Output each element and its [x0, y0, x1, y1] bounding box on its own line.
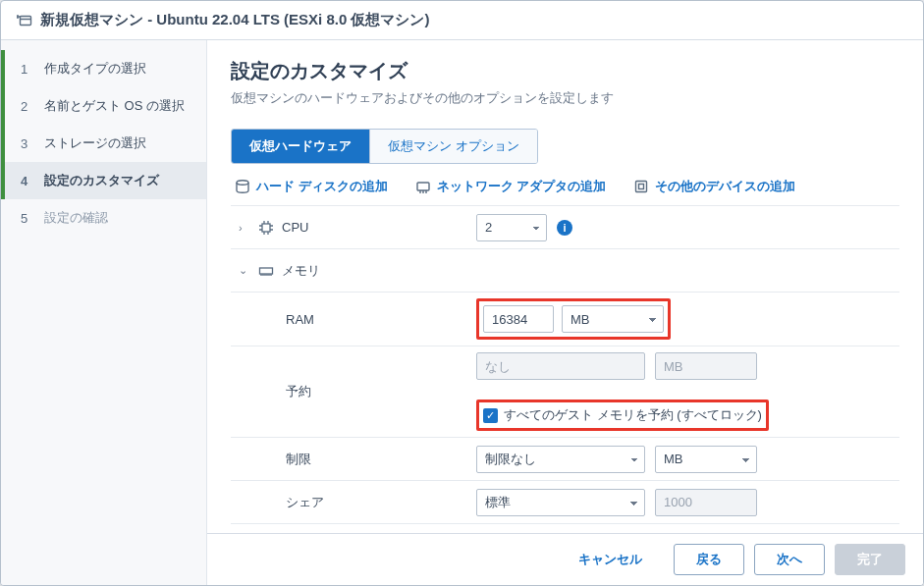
content-pane: 設定のカスタマイズ 仮想マシンのハードウェアおよびその他のオプションを設定します… — [207, 40, 923, 585]
cancel-button[interactable]: キャンセル — [557, 544, 664, 575]
shares-value-select[interactable]: 1000 — [655, 489, 757, 516]
add-network-adapter-button[interactable]: ネットワーク アダプタの追加 — [415, 178, 607, 195]
wizard-step-name-os[interactable]: 2 名前とゲスト OS の選択 — [1, 87, 206, 125]
reserve-all-highlight: ✓ すべてのゲスト メモリを予約 (すべてロック) — [476, 400, 769, 431]
svg-point-4 — [237, 181, 248, 185]
tab-virtual-hardware[interactable]: 仮想ハードウェア — [232, 130, 370, 163]
ram-row: RAM MB — [231, 292, 899, 346]
limit-unit-select[interactable]: MB — [655, 446, 757, 473]
reservation-value-select[interactable]: なし — [476, 352, 645, 380]
svg-rect-9 — [636, 182, 647, 192]
wizard-step-label: 設定のカスタマイズ — [44, 172, 159, 189]
svg-rect-5 — [417, 183, 429, 190]
new-vm-dialog: 新規仮想マシン - Ubuntu 22.04 LTS (ESXi 8.0 仮想マ… — [0, 0, 924, 586]
back-button[interactable]: 戻る — [674, 544, 744, 575]
limit-value-select[interactable]: 制限なし — [476, 446, 645, 473]
page-title: 設定のカスタマイズ — [231, 58, 899, 84]
hotplug-row: メモリ ホットプラグ 有効 — [231, 523, 899, 533]
wizard-step-label: 設定の確認 — [44, 209, 108, 227]
info-icon[interactable]: i — [557, 220, 572, 236]
other-device-icon — [633, 179, 649, 195]
hardware-form: › CPU 2 i ⌄ — [207, 205, 923, 533]
wizard-step-label: 作成タイプの選択 — [44, 60, 146, 78]
wizard-step-storage[interactable]: 3 ストレージの選択 — [1, 125, 206, 162]
ram-input[interactable] — [483, 305, 554, 333]
dialog-header: 新規仮想マシン - Ubuntu 22.04 LTS (ESXi 8.0 仮想マ… — [1, 1, 923, 40]
add-other-device-button[interactable]: その他のデバイスの追加 — [633, 178, 795, 195]
svg-rect-10 — [639, 185, 644, 189]
limit-row: 制限 制限なし MB — [231, 437, 899, 480]
dialog-footer: キャンセル 戻る 次へ 完了 — [207, 533, 923, 585]
add-device-toolbar: ハード ディスクの追加 ネットワーク アダプタの追加 その他のデバイスの追加 — [207, 164, 923, 205]
memory-row: ⌄ メモリ — [231, 248, 899, 292]
shares-row: シェア 標準 1000 — [231, 480, 899, 523]
tab-bar: 仮想ハードウェア 仮想マシン オプション — [231, 129, 538, 164]
limit-label: 制限 — [286, 451, 311, 468]
wizard-nav: 1 作成タイプの選択 2 名前とゲスト OS の選択 3 ストレージの選択 4 … — [1, 40, 207, 585]
dialog-title: 新規仮想マシン - Ubuntu 22.04 LTS (ESXi 8.0 仮想マ… — [40, 11, 429, 29]
dialog-body: 1 作成タイプの選択 2 名前とゲスト OS の選択 3 ストレージの選択 4 … — [1, 40, 923, 585]
reservation-label: 予約 — [286, 383, 311, 400]
wizard-step-label: ストレージの選択 — [44, 134, 146, 152]
network-adapter-icon — [415, 179, 431, 195]
reserve-all-checkbox[interactable]: ✓ — [483, 408, 498, 423]
memory-label: メモリ — [282, 262, 320, 280]
reserve-all-label: すべてのゲスト メモリを予約 (すべてロック) — [504, 406, 762, 424]
vm-add-icon — [17, 13, 32, 28]
next-button[interactable]: 次へ — [754, 544, 825, 575]
memory-icon — [258, 262, 274, 279]
ram-label: RAM — [286, 312, 314, 327]
page-subtitle: 仮想マシンのハードウェアおよびその他のオプションを設定します — [231, 90, 899, 107]
cpu-row: › CPU 2 i — [231, 205, 899, 248]
svg-rect-0 — [21, 16, 31, 25]
ram-highlight: MB — [476, 298, 671, 340]
shares-level-select[interactable]: 標準 — [476, 489, 645, 516]
collapse-memory-toggle[interactable]: ⌄ — [239, 264, 250, 277]
add-hard-disk-button[interactable]: ハード ディスクの追加 — [235, 178, 388, 195]
reservation-row: 予約 なし MB ✓ すべてのゲスト メモリを予約 (すべてロック) — [231, 346, 899, 437]
expand-cpu-toggle[interactable]: › — [239, 222, 250, 234]
reservation-unit-select[interactable]: MB — [655, 352, 757, 380]
wizard-step-label: 名前とゲスト OS の選択 — [44, 97, 185, 115]
cpu-count-select[interactable]: 2 — [476, 214, 547, 241]
shares-label: シェア — [286, 494, 324, 511]
cpu-label: CPU — [282, 220, 308, 235]
svg-rect-11 — [262, 224, 270, 232]
wizard-step-customize[interactable]: 4 設定のカスタマイズ — [1, 162, 206, 199]
ram-unit-select[interactable]: MB — [562, 305, 664, 333]
content-header: 設定のカスタマイズ 仮想マシンのハードウェアおよびその他のオプションを設定します — [207, 40, 923, 117]
hard-disk-icon — [235, 179, 250, 195]
wizard-step-confirm[interactable]: 5 設定の確認 — [1, 199, 206, 237]
finish-button: 完了 — [835, 544, 905, 575]
tab-vm-options[interactable]: 仮想マシン オプション — [370, 130, 537, 163]
wizard-step-create-type[interactable]: 1 作成タイプの選択 — [1, 50, 206, 87]
cpu-icon — [258, 219, 274, 236]
svg-rect-20 — [260, 268, 273, 274]
